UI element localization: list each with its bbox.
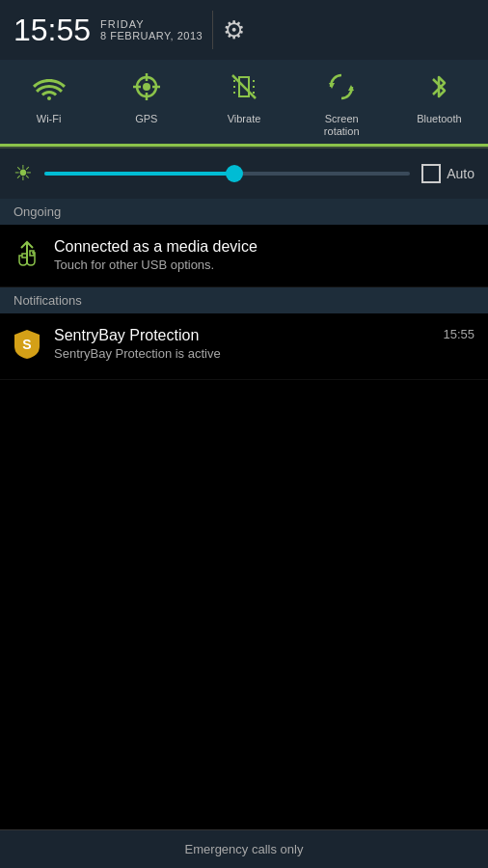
qs-item-gps[interactable]: GPS [97, 60, 195, 147]
status-date-block: FRIDAY 8 FEBRUARY, 2013 [91, 18, 203, 41]
screen-rotation-label: Screenrotation [324, 113, 360, 138]
ongoing-usb-title: Connected as a media device [54, 238, 474, 256]
status-divider [212, 11, 213, 49]
status-date: 8 FEBRUARY, 2013 [100, 30, 203, 41]
svg-point-1 [143, 83, 150, 91]
status-bar: 15:55 FRIDAY 8 FEBRUARY, 2013 ⚙ [0, 0, 488, 60]
wifi-icon [32, 69, 67, 109]
bluetooth-icon [421, 69, 456, 109]
svg-rect-15 [22, 254, 27, 258]
checkbox-box[interactable] [421, 164, 441, 183]
screen-rotation-icon [324, 69, 359, 109]
sentry-notif-title: SentryBay Protection [54, 327, 429, 344]
qs-item-screen-rotation[interactable]: Screenrotation [293, 60, 391, 147]
gps-icon [129, 69, 164, 109]
status-day: FRIDAY [100, 18, 203, 30]
ongoing-item-usb[interactable]: Connected as a media device Touch for ot… [0, 225, 488, 287]
emergency-text: Emergency calls only [185, 842, 304, 856]
sentry-notif-time: 15:55 [443, 327, 474, 341]
auto-label: Auto [447, 166, 474, 181]
usb-icon [14, 240, 41, 273]
settings-icon[interactable]: ⚙ [223, 15, 245, 45]
wifi-label: Wi-Fi [37, 113, 62, 125]
vibrate-label: Vibrate [228, 113, 261, 125]
status-icons-right: ⚙ [223, 15, 245, 45]
svg-text:S: S [22, 337, 31, 352]
status-time: 15:55 [14, 14, 91, 45]
ongoing-usb-text: Connected as a media device Touch for ot… [54, 238, 474, 272]
emergency-bar: Emergency calls only [0, 829, 488, 868]
brightness-thumb[interactable] [226, 165, 243, 182]
brightness-icon: ☀ [14, 161, 33, 186]
notifications-section-header: Notifications [0, 287, 488, 313]
sentry-notif-subtitle: SentryBay Protection is active [54, 346, 429, 361]
notification-item-sentry[interactable]: S SentryBay Protection SentryBay Protect… [0, 313, 488, 380]
svg-line-12 [232, 75, 256, 98]
sentry-icon: S [14, 329, 41, 366]
qs-item-bluetooth[interactable]: Bluetooth [391, 60, 488, 147]
ongoing-section-header: Ongoing [0, 199, 488, 225]
brightness-fill [44, 172, 234, 176]
auto-brightness-checkbox[interactable]: Auto [421, 164, 474, 183]
bluetooth-label: Bluetooth [417, 113, 461, 125]
vibrate-icon [227, 69, 261, 109]
qs-item-vibrate[interactable]: Vibrate [195, 60, 292, 147]
quick-settings-panel: Wi-Fi GPS [0, 60, 488, 149]
brightness-bar: ☀ Auto [0, 149, 488, 199]
brightness-slider[interactable] [44, 172, 410, 176]
sentry-notif-text: SentryBay Protection SentryBay Protectio… [54, 327, 429, 361]
gps-label: GPS [135, 113, 157, 125]
ongoing-usb-subtitle: Touch for other USB options. [54, 258, 474, 272]
qs-item-wifi[interactable]: Wi-Fi [0, 60, 97, 147]
